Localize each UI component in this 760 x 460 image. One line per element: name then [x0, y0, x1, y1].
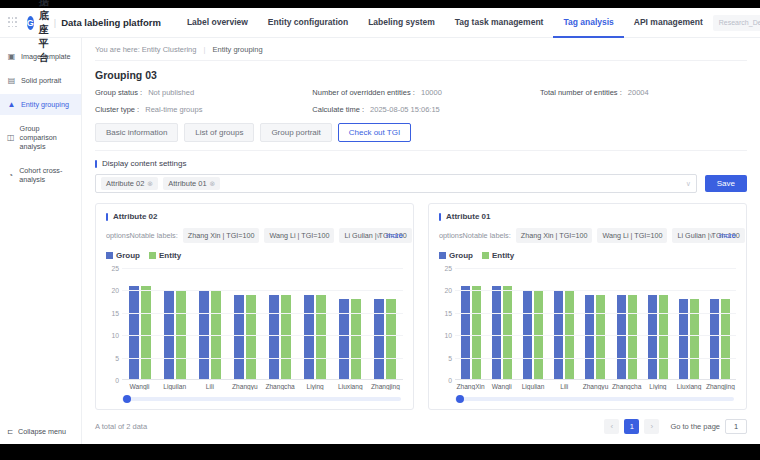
calculate-time-label: Calculate time :: [312, 105, 364, 114]
attribute-multiselect[interactable]: Attribute 02 ⊗ Attribute 01 ⊗ ∨: [95, 174, 697, 193]
bar-group: [674, 268, 705, 380]
legend-label: Group: [116, 251, 140, 260]
sidebar-item-solid-portrait[interactable]: ▤ Solid portrait: [0, 70, 81, 91]
bar-group[interactable]: [492, 286, 501, 380]
prev-page-button[interactable]: ‹: [604, 419, 619, 434]
bar-group[interactable]: [585, 295, 594, 380]
x-axis-label: Zhangcha: [611, 383, 642, 390]
chart-y-axis: 2520151050: [106, 268, 122, 380]
breadcrumb-separator: |: [204, 45, 206, 54]
nav-api-management[interactable]: API management: [624, 8, 713, 38]
bar-chart: 2520151050: [106, 268, 403, 380]
nav-labeling-system[interactable]: Labeling system: [358, 8, 445, 38]
x-axis-label: ZhangXin: [455, 383, 486, 390]
apps-grid-icon[interactable]: [8, 17, 17, 28]
x-axis-label: Liying: [642, 383, 673, 390]
collapse-icon: ⊏: [7, 427, 13, 436]
department-select[interactable]: Research_Development(大) ∨: [713, 15, 760, 31]
bar-group[interactable]: [710, 299, 719, 380]
bar-group[interactable]: [374, 299, 384, 380]
chart-scrollbar[interactable]: [122, 397, 401, 401]
y-axis-tick: 0: [115, 377, 119, 384]
bar-entity[interactable]: [596, 295, 605, 380]
notable-label-chip: Zhang Xin | TGI=100: [516, 228, 593, 243]
bar-group[interactable]: [304, 295, 314, 380]
bar-group[interactable]: [648, 295, 657, 380]
page-number-button[interactable]: 1: [624, 419, 639, 434]
y-axis-tick: 25: [111, 265, 119, 272]
grouping-icon: ▲: [7, 100, 16, 109]
collapse-menu-button[interactable]: ⊏ Collapse menu: [0, 419, 81, 444]
next-page-button[interactable]: ›: [644, 419, 659, 434]
group-status-value: Not published: [148, 88, 194, 97]
top-navbar: G 数据底座平台 | Data labeling platform Label …: [0, 8, 760, 38]
legend-item[interactable]: Entity: [482, 251, 514, 260]
chart-x-axis: WangliLiguilanLiliZhangyuZhangchaLiyingL…: [122, 383, 403, 390]
nav-entity-configuration[interactable]: Entity configuration: [258, 8, 358, 38]
bar-group: [157, 268, 192, 380]
bar-entity[interactable]: [386, 299, 396, 380]
image-template-icon: ▣: [7, 52, 16, 61]
save-button[interactable]: Save: [705, 175, 747, 192]
bar-entity[interactable]: [503, 286, 512, 380]
tab-list-of-groups[interactable]: List of groups: [184, 123, 254, 142]
bar-entity[interactable]: [316, 295, 326, 380]
tab-check-out-tgi[interactable]: Check out TGI: [338, 123, 411, 142]
comparison-book-icon: ◫: [7, 133, 15, 142]
bar-group[interactable]: [269, 295, 279, 380]
bar-group[interactable]: [461, 286, 470, 380]
more-link[interactable]: more: [386, 231, 403, 240]
legend-label: Entity: [492, 251, 514, 260]
bar-entity[interactable]: [141, 286, 151, 380]
bar-entity[interactable]: [659, 295, 668, 380]
chart-scrollbar[interactable]: [455, 397, 734, 401]
bar-entity[interactable]: [281, 295, 291, 380]
sidebar-item-entity-grouping[interactable]: ▲ Entity grouping: [0, 94, 81, 115]
bar-group[interactable]: [617, 295, 626, 380]
chevron-down-icon[interactable]: ∨: [376, 232, 381, 240]
legend-item[interactable]: Entity: [149, 251, 181, 260]
breadcrumb-prefix[interactable]: You are here: Entity Clustering: [95, 45, 196, 54]
notable-label-chip: Wang Li | TGI=100: [597, 228, 667, 243]
bar-entity[interactable]: [690, 299, 699, 380]
bar-group: [580, 268, 611, 380]
scrollbar-handle[interactable]: [456, 395, 464, 403]
y-axis-tick: 20: [444, 287, 452, 294]
chart-legend: GroupEntity: [106, 251, 403, 260]
total-count-text: A total of 2 data: [95, 422, 147, 431]
x-axis-label: Liuxiang: [333, 383, 368, 390]
tab-group-portrait[interactable]: Group portrait: [260, 123, 331, 142]
bar-group[interactable]: [339, 299, 349, 380]
remove-tag-icon[interactable]: ⊗: [210, 180, 216, 188]
tab-basic-information[interactable]: Basic information: [95, 123, 178, 142]
bar-group: [298, 268, 333, 380]
goto-page-input[interactable]: [725, 419, 747, 434]
nav-tag-analysis[interactable]: Tag analysis: [553, 8, 623, 38]
nav-tag-task-management[interactable]: Tag task management: [445, 8, 554, 38]
sidebar-item-image-template[interactable]: ▣ Image template: [0, 46, 81, 67]
bar-entity[interactable]: [472, 286, 481, 380]
legend-item[interactable]: Group: [439, 251, 473, 260]
bar-entity[interactable]: [721, 299, 730, 380]
main-nav: Label overview Entity configuration Labe…: [177, 8, 713, 38]
chevron-down-icon[interactable]: ∨: [709, 232, 714, 240]
section-accent-bar: [95, 160, 97, 168]
legend-item[interactable]: Group: [106, 251, 140, 260]
nav-label-overview[interactable]: Label overview: [177, 8, 258, 38]
portrait-card-icon: ▤: [7, 76, 16, 85]
legend-label: Entity: [159, 251, 181, 260]
bar-group[interactable]: [129, 286, 139, 380]
brand-logo-icon: G: [27, 16, 34, 30]
bar-group[interactable]: [234, 295, 244, 380]
sidebar-item-cohort-cross-analysis[interactable]: ◔ Cohort cross-analysis: [0, 160, 81, 190]
bar-entity[interactable]: [628, 295, 637, 380]
remove-tag-icon[interactable]: ⊗: [147, 180, 153, 188]
scrollbar-handle[interactable]: [123, 395, 131, 403]
bar-group[interactable]: [679, 299, 688, 380]
y-axis-tick: 10: [111, 332, 119, 339]
sidebar-item-group-comparison[interactable]: ◫ Group comparison analysis: [0, 118, 81, 157]
calculate-time-value: 2025-08-05 15:06:15: [370, 105, 440, 114]
more-link[interactable]: more: [719, 231, 736, 240]
bar-entity[interactable]: [246, 295, 256, 380]
bar-entity[interactable]: [351, 299, 361, 380]
